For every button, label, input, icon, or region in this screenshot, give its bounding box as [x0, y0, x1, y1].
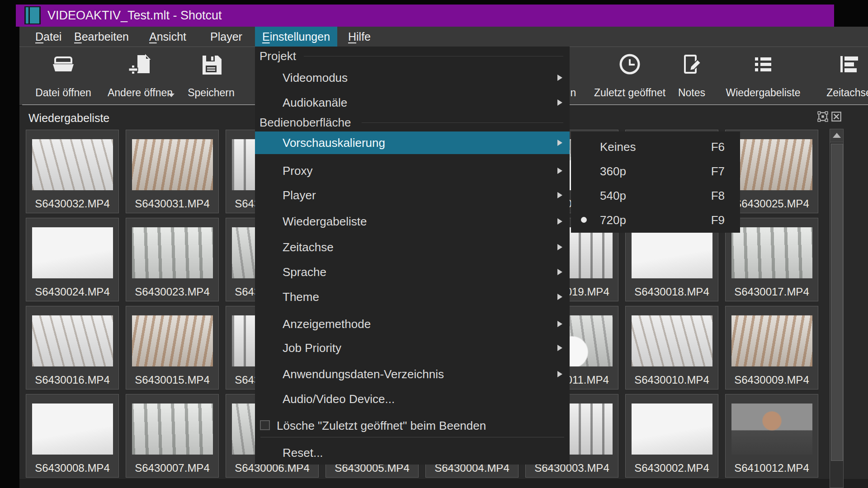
playlist-item[interactable]: S6430009.MP4 — [725, 306, 818, 389]
toolbar-button-datei-ffnen[interactable]: Datei öffnen — [23, 47, 104, 104]
menu-item-l-sche-zuletzt-ge-ffnet-beim-beenden[interactable]: Lösche "Zuletzt geöffnet" beim Beenden — [255, 415, 570, 436]
menu-item-player[interactable]: Player — [255, 184, 570, 206]
video-thumbnail — [132, 227, 213, 278]
menu-item-reset[interactable]: Reset... — [255, 442, 570, 464]
toolbar-button-andere-ffnen[interactable]: Andere öffnen — [99, 47, 181, 104]
video-filename: S6430032.MP4 — [26, 197, 118, 210]
playlist-item[interactable]: S6430010.MP4 — [625, 306, 718, 389]
vertical-scrollbar[interactable] — [830, 129, 844, 488]
video-thumbnail — [32, 315, 113, 366]
menu-item-label: Reset... — [283, 442, 323, 464]
playlist-item[interactable]: S6430008.MP4 — [26, 394, 119, 478]
submenu-arrow-icon — [557, 99, 562, 106]
playlist-item[interactable]: S6430002.MP4 — [625, 394, 718, 478]
video-filename: S6430023.MP4 — [126, 286, 218, 298]
submenu-item-720p[interactable]: 720pF9 — [571, 208, 740, 232]
menubar-item-datei[interactable]: Datei — [35, 27, 61, 47]
timeline-icon — [836, 51, 862, 78]
menu-item-label: Proxy — [283, 160, 312, 182]
playlist-item[interactable]: S6430016.MP4 — [26, 306, 119, 389]
video-thumbnail-portrait — [731, 404, 812, 455]
submenu-item-label: 720p — [600, 208, 626, 232]
menu-item-theme[interactable]: Theme — [255, 286, 570, 308]
open-other-icon — [127, 51, 153, 78]
menu-item-label: Zeitachse — [283, 236, 334, 258]
menubar-item-player[interactable]: Player — [210, 27, 242, 47]
video-filename: S6430009.MP4 — [726, 374, 818, 386]
video-thumbnail — [632, 227, 712, 278]
playlist-item[interactable]: S6430015.MP4 — [126, 306, 219, 389]
video-thumbnail — [731, 227, 812, 278]
section-divider-line — [304, 56, 563, 56]
menu-item-audiokan-le[interactable]: Audiokanäle — [255, 92, 570, 113]
menu-item-wiedergabeliste[interactable]: Wiedergabeliste — [255, 211, 570, 232]
submenu-arrow-icon — [557, 321, 562, 327]
menu-item-label: Anzeigemethode — [283, 313, 371, 335]
menu-item-audio-video-device[interactable]: Audio/Video Device... — [255, 388, 570, 410]
video-filename: S6430002.MP4 — [626, 462, 718, 474]
menu-item-label: Projekt — [259, 45, 296, 67]
menu-item-vorschauskalierung[interactable]: Vorschauskalierung — [255, 132, 570, 154]
shotcut-window: VIDEOAKTIV_Test.mlt - Shotcut DateiBearb… — [0, 0, 868, 488]
submenu-arrow-icon — [557, 218, 562, 225]
playlist-item[interactable]: S6430024.MP4 — [26, 218, 119, 301]
menu-item-anwendungsdaten-verzeichnis[interactable]: Anwendungsdaten-Verzeichnis — [255, 363, 570, 385]
menu-item-proxy[interactable]: Proxy — [255, 160, 570, 182]
toolbar-button-zeitachse[interactable]: Zeitachse — [808, 47, 868, 104]
submenu-item-shortcut: F8 — [711, 183, 725, 208]
toolbar-button-wiedergabeliste[interactable]: Wiedergabeliste — [722, 47, 804, 104]
checkbox-icon[interactable] — [260, 420, 270, 430]
toolbar-button-label: Notes — [651, 87, 732, 99]
submenu-item-540p[interactable]: 540pF8 — [571, 183, 740, 208]
playlist-item[interactable]: S6430023.MP4 — [126, 218, 219, 301]
submenu-arrow-icon — [557, 192, 562, 198]
submenu-arrow-icon — [557, 244, 562, 250]
menu-item-sprache[interactable]: Sprache — [255, 261, 570, 283]
playlist-item[interactable]: S6430032.MP4 — [26, 130, 119, 213]
scrollbar-thumb[interactable] — [831, 144, 843, 461]
close-panel-icon[interactable] — [830, 111, 842, 122]
menu-section-bedienoberfl-che: Bedienoberfläche — [255, 112, 570, 133]
toolbar-button-label: Wiedergabeliste — [722, 87, 804, 99]
menu-item-zeitachse[interactable]: Zeitachse — [255, 236, 570, 258]
submenu-item-label: 360p — [600, 159, 626, 183]
settings-dropdown-menu: ProjektVideomodusAudiokanäleBedienoberfl… — [255, 47, 570, 465]
open-folder-icon — [51, 51, 76, 78]
playlist-icon — [750, 51, 776, 78]
shotcut-logo-icon — [24, 6, 41, 24]
playlist-item[interactable]: S6430031.MP4 — [126, 130, 219, 213]
menu-item-anzeigemethode[interactable]: Anzeigemethode — [255, 313, 570, 335]
video-filename: S6430016.MP4 — [26, 374, 118, 386]
submenu-arrow-icon — [557, 269, 562, 275]
menu-item-label: Videomodus — [283, 67, 348, 89]
menu-item-label: Wiedergabeliste — [283, 211, 367, 232]
section-divider-line — [362, 122, 563, 123]
menubar-item-bearbeiten[interactable]: Bearbeiten — [74, 27, 129, 47]
clock-icon — [617, 51, 642, 78]
submenu-item-keines[interactable]: KeinesF6 — [571, 135, 740, 159]
menu-item-label: Audiokanäle — [283, 92, 347, 113]
video-thumbnail — [731, 139, 812, 190]
video-thumbnail — [632, 404, 712, 455]
toolbar-button-speichern[interactable]: Speichern — [170, 47, 252, 104]
submenu-item-360p[interactable]: 360pF7 — [571, 159, 740, 183]
float-panel-icon[interactable] — [817, 111, 829, 122]
menu-item-videomodus[interactable]: Videomodus — [255, 67, 570, 89]
radio-selected-icon — [581, 217, 587, 223]
scroll-up-icon[interactable] — [830, 129, 843, 142]
video-filename: S6430008.MP4 — [26, 462, 118, 474]
submenu-item-label: Keines — [600, 135, 636, 159]
menubar-item-hilfe[interactable]: Hilfe — [348, 27, 371, 47]
video-thumbnail — [32, 227, 113, 278]
toolbar-button-notes[interactable]: Notes — [651, 47, 732, 104]
playlist-item[interactable]: S6430007.MP4 — [126, 394, 219, 478]
submenu-item-shortcut: F7 — [711, 159, 725, 183]
submenu-item-shortcut: F9 — [711, 208, 725, 232]
menu-item-job-priority[interactable]: Job Priority — [255, 337, 570, 359]
submenu-arrow-icon — [557, 345, 562, 351]
menu-item-label: Vorschauskalierung — [283, 132, 385, 154]
menubar-item-einstellungen[interactable]: Einstellungen — [255, 27, 337, 47]
playlist-item[interactable]: S6410012.MP4 — [725, 394, 818, 478]
menubar-item-ansicht[interactable]: Ansicht — [149, 27, 186, 47]
menu-section-projekt: Projekt — [255, 45, 570, 67]
